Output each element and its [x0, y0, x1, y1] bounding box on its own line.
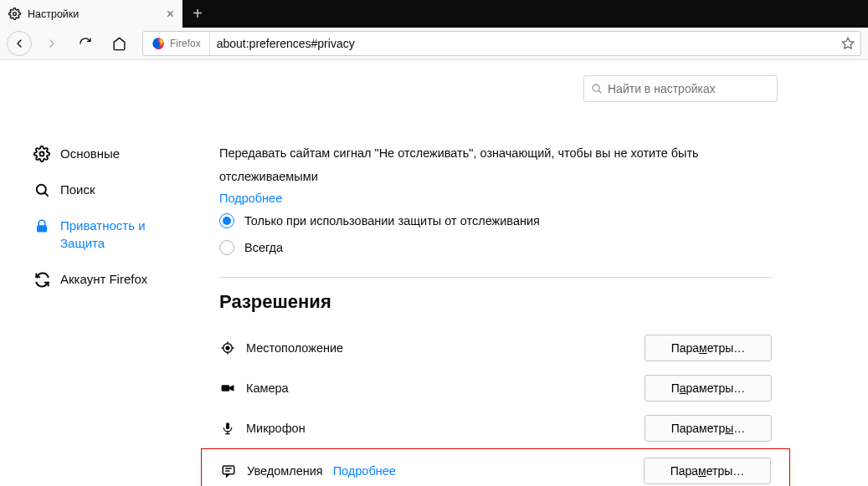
perm-label: Местоположение [246, 341, 343, 355]
svg-rect-15 [222, 385, 230, 391]
lock-icon [33, 217, 50, 234]
perm-label: Камера [246, 381, 289, 395]
bookmark-star[interactable] [835, 37, 860, 50]
perm-row-location: Местоположение Параметры… [219, 328, 772, 368]
sidebar-item-label: Основные [60, 145, 120, 162]
gear-icon [33, 146, 50, 162]
microphone-icon [219, 420, 236, 437]
notifications-learn-more-link[interactable]: Подробнее [333, 464, 396, 478]
camera-icon [219, 380, 236, 396]
url-text: about:preferences#privacy [210, 37, 835, 50]
main-content: Найти в настройках Передавать сайтам сиг… [186, 60, 868, 486]
gear-icon [8, 8, 21, 20]
svg-marker-16 [229, 385, 234, 391]
tab-title: Настройки [28, 8, 79, 20]
svg-marker-2 [842, 38, 853, 49]
radio-label: Только при использовании защиты от отсле… [244, 214, 540, 228]
perm-settings-button[interactable]: Параметры… [645, 335, 772, 361]
notification-icon [220, 463, 237, 479]
perm-settings-button[interactable]: Параметры… [645, 415, 772, 442]
tab-bar: Настройки × + [0, 0, 868, 28]
reload-button[interactable] [72, 30, 99, 57]
sidebar-item-label: Аккаунт Firefox [60, 270, 147, 288]
svg-rect-20 [223, 466, 234, 474]
perm-row-camera: Камера Параметры… [219, 368, 772, 408]
radio-label: Всегда [244, 241, 283, 254]
svg-rect-6 [37, 225, 47, 232]
sync-icon [33, 271, 50, 288]
svg-point-3 [40, 152, 44, 156]
search-icon [33, 182, 50, 198]
perm-label: Уведомления [247, 464, 323, 478]
svg-rect-17 [226, 422, 229, 429]
svg-line-5 [44, 192, 48, 196]
perm-settings-button[interactable]: Параметры… [645, 375, 772, 402]
dnt-option-only-tracking[interactable]: Только при использовании защиты от отсле… [219, 210, 772, 232]
svg-line-8 [598, 90, 601, 93]
sidebar-item-account[interactable]: Аккаунт Firefox [0, 261, 186, 297]
sidebar-item-privacy[interactable]: Приватность и Защита [0, 207, 186, 261]
perm-row-notifications: Уведомления Подробнее Параметры… [220, 449, 771, 486]
back-button[interactable] [7, 31, 32, 56]
identity-box[interactable]: Firefox [143, 32, 210, 55]
sidebar-item-label: Приватность и Защита [60, 217, 169, 252]
location-icon [219, 340, 236, 356]
dnt-learn-more-link[interactable]: Подробнее [219, 192, 772, 205]
forward-button[interactable] [39, 30, 65, 57]
radio-icon [219, 213, 234, 228]
search-input[interactable]: Найти в настройках [583, 75, 778, 102]
new-tab-button[interactable]: + [182, 0, 213, 28]
toolbar: Firefox about:preferences#privacy [0, 28, 868, 60]
search-icon [591, 83, 603, 95]
firefox-icon [152, 37, 165, 50]
permissions-heading: Разрешения [219, 291, 772, 313]
highlight-box: Уведомления Подробнее Параметры… [201, 448, 790, 486]
svg-point-0 [13, 13, 17, 16]
search-placeholder: Найти в настройках [608, 82, 716, 95]
sidebar-item-general[interactable]: Основные [0, 136, 186, 171]
dnt-option-always[interactable]: Всегда [219, 237, 772, 258]
svg-point-7 [593, 84, 599, 91]
identity-label: Firefox [170, 38, 201, 49]
svg-point-10 [226, 346, 229, 350]
close-icon[interactable]: × [167, 7, 174, 22]
sidebar-item-search[interactable]: Поиск [0, 171, 186, 207]
sidebar-item-label: Поиск [60, 181, 95, 198]
perm-settings-button[interactable]: Параметры… [644, 458, 771, 484]
url-bar[interactable]: Firefox about:preferences#privacy [142, 31, 861, 56]
tab-settings[interactable]: Настройки × [0, 0, 182, 28]
perm-label: Микрофон [246, 422, 306, 435]
radio-icon [219, 240, 234, 255]
home-button[interactable] [105, 30, 132, 57]
perm-row-microphone: Микрофон Параметры… [219, 408, 772, 448]
dnt-description: Передавать сайтам сигнал "Не отслеживать… [219, 142, 772, 188]
svg-point-4 [36, 184, 45, 193]
sidebar: Основные Поиск Приватность и Защита Акка… [0, 60, 186, 486]
